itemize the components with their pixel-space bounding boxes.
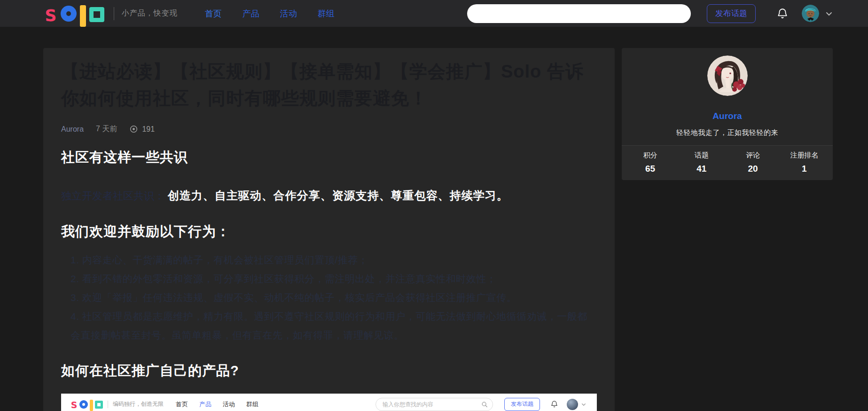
- list-item: 4. 社区管理员都是志愿维护，精力有限。遇到不遵守社区规则的行为和用户，可能无法…: [70, 307, 594, 345]
- post-views: 191: [129, 125, 155, 134]
- notification-bell-icon[interactable]: [776, 8, 789, 20]
- chevron-down-icon[interactable]: [825, 9, 833, 18]
- heading-welcome: 我们欢迎并鼓励以下行为：: [61, 222, 597, 241]
- top-navbar: s 小产品，快变现 首页 产品 活动 群组 发布话题: [0, 0, 868, 27]
- logo-letter-o-teal: [89, 7, 104, 22]
- list-item: 2. 看到不错的外包零活和资源，可分享到社区获得积分，需注明出处，并注意真实性和…: [70, 269, 594, 288]
- nav-item-products[interactable]: 产品: [242, 9, 259, 18]
- embedded-logo-letter-s: s: [70, 399, 78, 410]
- nav-item-groups[interactable]: 群组: [318, 9, 335, 18]
- embedded-nav: 首页 产品 活动 群组: [176, 400, 258, 409]
- profile-bio: 轻轻地我走了，正如我轻轻的来: [676, 128, 778, 137]
- profile-username-link[interactable]: Aurora: [712, 111, 742, 121]
- embedded-screenshot-image[interactable]: s 编码独行，创造无限 首页 产品 活动 群组 发布话题: [61, 394, 597, 411]
- embedded-nav-groups: 群组: [246, 401, 258, 408]
- main-nav: 首页 产品 活动 群组: [205, 8, 335, 19]
- embedded-bell-icon: [550, 400, 558, 408]
- post-author-link[interactable]: Aurora: [61, 125, 84, 134]
- publish-topic-button[interactable]: 发布话题: [707, 4, 756, 23]
- consensus-label: 独立开发者社区共识：: [61, 190, 164, 202]
- logo-letter-o-blue: [61, 6, 77, 22]
- post-card: 【进站必读】【社区规则】【接单需知】【学会推广】Solo 告诉你如何使用社区，同…: [43, 48, 615, 411]
- consensus-line: 独立开发者社区共识： 创造力、自主驱动、合作分享、资源支持、尊重包容、持续学习。: [61, 188, 597, 204]
- heading-promote: 如何在社区推广自己的产品?: [61, 362, 597, 380]
- embedded-logo-letter-o-teal: [95, 401, 103, 409]
- embedded-logo-letter-o-blue: [79, 400, 88, 409]
- rule-list: 1. 内容走心、干货满满的帖子，有机会被社区管理员们置顶/推荐； 2. 看到不错…: [61, 251, 594, 345]
- embedded-nav-products: 产品: [199, 401, 211, 408]
- embedded-logo-letter-l-yellow: [90, 400, 93, 411]
- site-tagline: 小产品，快变现: [122, 8, 178, 18]
- logo-letter-s: s: [44, 4, 57, 23]
- consensus-text: 创造力、自主驱动、合作分享、资源支持、尊重包容、持续学习。: [168, 189, 508, 202]
- list-item: 1. 内容走心、干货满满的帖子，有机会被社区管理员们置顶/推荐；: [70, 251, 594, 269]
- embedded-user-avatar: [567, 399, 578, 410]
- embedded-publish-button: 发布话题: [504, 398, 540, 411]
- embedded-navbar: s 编码独行，创造无限 首页 产品 活动 群组 发布话题: [61, 394, 597, 411]
- post-meta: Aurora 7 天前 191: [61, 124, 597, 134]
- profile-card: Aurora 轻轻地我走了，正如我轻轻的来 积分 65 话题 41 评论 20 …: [622, 48, 833, 177]
- embedded-tagline: 编码独行，创造无限: [113, 400, 164, 408]
- stat-points: 积分 65: [625, 151, 676, 174]
- embedded-search-box: [375, 398, 493, 411]
- logo-letter-l-yellow: [80, 5, 86, 27]
- search-icon: [481, 401, 488, 408]
- embedded-nav-activities: 活动: [223, 401, 235, 408]
- profile-avatar[interactable]: [707, 55, 748, 96]
- search-input[interactable]: [467, 4, 691, 23]
- nav-item-activities[interactable]: 活动: [280, 9, 297, 18]
- heading-consensus: 社区有这样一些共识: [61, 148, 597, 167]
- stat-comments: 评论 20: [727, 151, 779, 174]
- embedded-search-input: [383, 401, 477, 408]
- embedded-chevron-down-icon: [581, 402, 586, 407]
- views-count: 191: [142, 125, 155, 134]
- embedded-logo-divider: [108, 401, 108, 408]
- profile-stats: 积分 65 话题 41 评论 20 注册排名 1: [622, 145, 833, 180]
- post-timestamp: 7 天前: [96, 124, 117, 134]
- stat-topics: 话题 41: [676, 151, 727, 174]
- embedded-solo-logo: s: [70, 397, 103, 411]
- embedded-nav-home: 首页: [176, 401, 188, 408]
- user-avatar[interactable]: [802, 5, 819, 22]
- nav-item-home[interactable]: 首页: [205, 9, 222, 18]
- logo-divider: [114, 7, 114, 20]
- views-eye-icon: [129, 125, 138, 134]
- stat-register-rank: 注册排名 1: [779, 151, 830, 174]
- post-title: 【进站必读】【社区规则】【接单需知】【学会推广】Solo 告诉你如何使用社区，同…: [61, 58, 602, 112]
- solo-logo[interactable]: s: [44, 0, 104, 27]
- list-item: 3. 欢迎「举报」任何违法违规、虚假不实、动机不纯的帖子，核实后产品会获得社区注…: [70, 288, 594, 307]
